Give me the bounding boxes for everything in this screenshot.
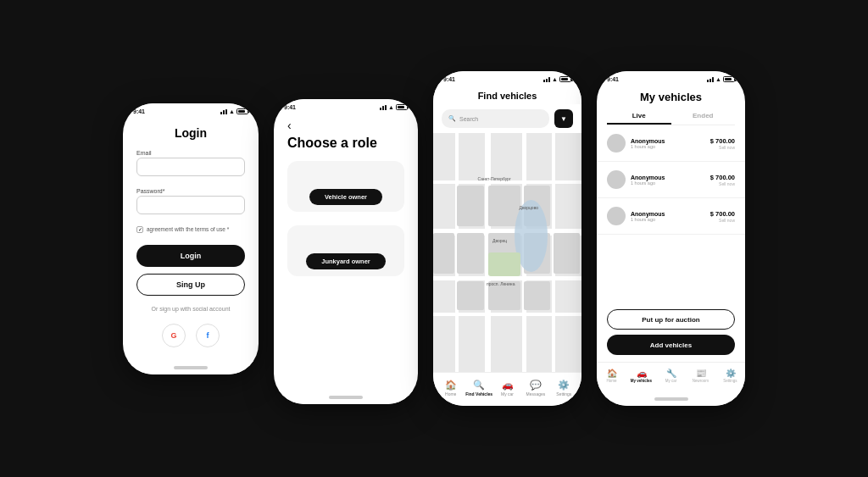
vehicle-list: Anonymous 1 hours ago $ 700.00 Sell now … bbox=[607, 130, 735, 297]
myveh-home-icon: 🏠 bbox=[607, 369, 617, 378]
car-icon: 🚗 bbox=[502, 380, 514, 391]
vehicle-name-3: Anonymous bbox=[631, 211, 705, 217]
password-input[interactable] bbox=[136, 196, 245, 214]
vehicle-price-2: $ 700.00 bbox=[710, 174, 735, 181]
agreement-text: agreement with the terms of use * bbox=[147, 226, 229, 232]
login-screen: Login Email Password* ✓ agreement with t… bbox=[123, 116, 259, 361]
home-indicator-myveh bbox=[597, 392, 745, 406]
choose-role-phone: 9:41 ▲ ‹ Choose a role Vehicle owner Jun… bbox=[274, 99, 418, 404]
divider-2 bbox=[597, 197, 745, 198]
my-vehicles-screen: My vehicles Live Ended Anonymous 1 hours… bbox=[597, 84, 745, 406]
facebook-button[interactable]: f bbox=[196, 324, 220, 347]
myveh-settings-label: Settings bbox=[723, 379, 737, 383]
avatar-2 bbox=[607, 170, 626, 189]
search-input-wrap[interactable]: 🔍 Search bbox=[442, 109, 549, 128]
filter-button[interactable]: ▼ bbox=[554, 109, 573, 128]
back-button[interactable]: ‹ bbox=[287, 119, 304, 132]
junkyard-owner-card: Junkyard owner bbox=[287, 225, 404, 276]
myveh-nav-mycar[interactable]: 🔧 My car bbox=[656, 369, 686, 383]
nav-mycar[interactable]: 🚗 My car bbox=[493, 380, 521, 397]
my-vehicles-phone: 9:41 ▲ My vehicles Live Ended An bbox=[597, 71, 745, 406]
tab-ended[interactable]: Ended bbox=[671, 108, 736, 125]
home-bar-myveh bbox=[654, 397, 688, 401]
status-time: 9:41 bbox=[133, 108, 145, 114]
add-vehicles-button[interactable]: Add vehicles bbox=[607, 335, 735, 355]
vehicle-info-2: Anonymous 1 hours ago bbox=[631, 175, 705, 186]
status-time-myveh: 9:41 bbox=[607, 76, 619, 82]
wifi-icon-map: ▲ bbox=[552, 76, 558, 82]
vehicle-owner-card: Vehicle owner bbox=[287, 161, 404, 212]
vehicle-pricelabel-3: Sell now bbox=[710, 218, 735, 223]
myveh-home-label: Home bbox=[606, 379, 616, 383]
signal-icon bbox=[220, 108, 227, 114]
nav-home[interactable]: 🏠 Home bbox=[437, 380, 465, 397]
nav-messages[interactable]: 💬 Messages bbox=[521, 380, 549, 397]
map-label-3: Санкт-Петербург bbox=[478, 176, 511, 181]
battery-icon bbox=[236, 108, 248, 114]
nav-settings[interactable]: ⚙️ Settings bbox=[550, 380, 578, 397]
wifi-icon-role: ▲ bbox=[388, 104, 394, 110]
vehicle-owner-button[interactable]: Vehicle owner bbox=[309, 189, 382, 205]
vehicle-price-1: $ 700.00 bbox=[710, 137, 735, 145]
nav-find-vehicles[interactable]: 🔍 Find Vehicles bbox=[465, 380, 492, 397]
vehicle-time-1: 1 hours ago bbox=[631, 144, 705, 149]
nav-mycar-label: My car bbox=[501, 391, 514, 397]
vehicle-row: Anonymous 1 hours ago $ 700.00 Sell now bbox=[607, 167, 735, 192]
myveh-nav-myveh[interactable]: 🚗 My vehicles bbox=[626, 369, 656, 383]
junkyard-owner-button[interactable]: Junkyard owner bbox=[306, 253, 386, 269]
map-label-2: Дворцово bbox=[520, 205, 539, 210]
vehicle-price-3: $ 700.00 bbox=[710, 210, 735, 218]
myveh-newroom-label: Newroom bbox=[693, 379, 709, 383]
role-title: Choose a role bbox=[287, 136, 404, 151]
map-label-4: просп. Ленина bbox=[487, 281, 515, 286]
put-auction-button[interactable]: Put up for auction bbox=[607, 309, 735, 330]
vehicle-time-2: 1 hours ago bbox=[631, 180, 705, 186]
battery-icon-role bbox=[396, 104, 408, 110]
social-buttons: G f bbox=[136, 324, 245, 347]
login-title: Login bbox=[136, 126, 245, 140]
google-button[interactable]: G bbox=[162, 324, 186, 347]
avatar-3 bbox=[607, 207, 626, 225]
map-label-1: Дворец bbox=[492, 238, 507, 243]
wifi-icon-myveh: ▲ bbox=[715, 76, 721, 82]
myveh-mycar-label: My car bbox=[665, 379, 677, 383]
search-placeholder: Search bbox=[459, 116, 478, 122]
status-bar-map: 9:41 ▲ bbox=[433, 71, 581, 84]
status-icons: ▲ bbox=[220, 108, 248, 114]
email-label: Email bbox=[136, 150, 245, 181]
vehicle-row: Anonymous 1 hours ago $ 700.00 Sell now bbox=[607, 203, 735, 229]
signup-button[interactable]: Sing Up bbox=[136, 274, 245, 296]
home-indicator-role bbox=[274, 391, 418, 404]
login-button[interactable]: Login bbox=[136, 245, 245, 267]
myveh-car-icon: 🚗 bbox=[637, 369, 647, 378]
myveh-nav-home[interactable]: 🏠 Home bbox=[597, 369, 626, 383]
agreement-checkbox[interactable]: ✓ bbox=[136, 226, 143, 233]
tab-live[interactable]: Live bbox=[607, 108, 671, 125]
divider-1 bbox=[597, 161, 745, 162]
vehicle-name-2: Anonymous bbox=[631, 175, 705, 180]
social-divider: Or sign up with social account bbox=[136, 306, 245, 312]
status-icons-map: ▲ bbox=[543, 76, 571, 82]
map-area[interactable]: Дворец Дворцово Санкт-Петербург просп. Л… bbox=[433, 133, 581, 372]
login-phone: 9:41 ▲ Login Email Password* ✓ agreement… bbox=[123, 103, 259, 374]
nav-home-label: Home bbox=[445, 391, 456, 397]
bottom-nav-map: 🏠 Home 🔍 Find Vehicles 🚗 My car 💬 Messag… bbox=[433, 372, 581, 406]
vehicle-row: Anonymous 1 hours ago $ 700.00 Sell now bbox=[607, 130, 735, 156]
myveh-myveh-label: My vehicles bbox=[631, 379, 652, 383]
message-icon: 💬 bbox=[530, 380, 542, 391]
myveh-newroom-icon: 📰 bbox=[696, 369, 706, 378]
home-icon: 🏠 bbox=[445, 380, 457, 391]
myveh-nav-settings[interactable]: ⚙️ Settings bbox=[715, 369, 745, 383]
home-bar bbox=[174, 366, 208, 369]
vehicle-info-1: Anonymous 1 hours ago bbox=[631, 138, 705, 149]
vehicle-name-1: Anonymous bbox=[631, 138, 705, 144]
search-nav-icon: 🔍 bbox=[473, 380, 485, 391]
status-time-role: 9:41 bbox=[284, 104, 296, 110]
agreement-row: ✓ agreement with the terms of use * bbox=[136, 226, 245, 233]
battery-icon-map bbox=[559, 76, 571, 82]
email-input[interactable] bbox=[136, 158, 245, 176]
filter-icon: ▼ bbox=[560, 115, 567, 123]
my-vehicles-content: My vehicles Live Ended Anonymous 1 hours… bbox=[597, 84, 745, 362]
myveh-nav-newroom[interactable]: 📰 Newroom bbox=[686, 369, 715, 383]
status-time-map: 9:41 bbox=[443, 76, 455, 82]
